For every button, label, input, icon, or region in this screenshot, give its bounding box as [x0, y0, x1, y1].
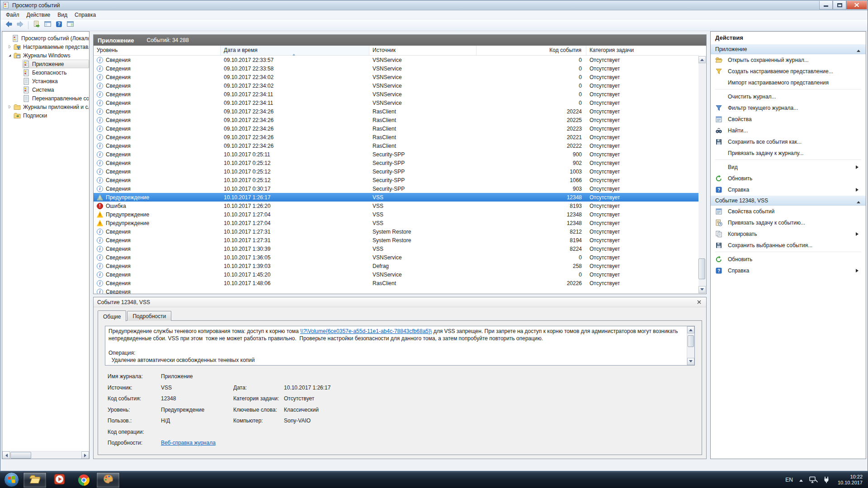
- collapse-section-icon[interactable]: [857, 199, 860, 203]
- event-row[interactable]: !Предупреждение10.10.2017 1:27:04VSS1234…: [94, 210, 699, 219]
- tree-item[interactable]: Подписки: [2, 111, 89, 120]
- export-button[interactable]: [31, 20, 42, 30]
- language-indicator[interactable]: EN: [785, 477, 793, 483]
- event-row[interactable]: iСведения09.10.2017 22:34:26RasClient202…: [94, 107, 699, 116]
- event-row[interactable]: iСведения10.10.2017 0:25:11Security-SPP9…: [94, 150, 699, 159]
- event-row[interactable]: iСведения10.10.2017 0:30:17Security-SPP9…: [94, 184, 699, 193]
- action-item[interactable]: ?Справка: [711, 184, 866, 195]
- menu-item[interactable]: Справка: [71, 11, 99, 19]
- tab-general[interactable]: Общие: [98, 310, 126, 321]
- event-row[interactable]: iСведения10.10.2017 0:25:12Security-SPP1…: [94, 167, 699, 176]
- tree-item[interactable]: Перенаправленные соб: [2, 94, 89, 103]
- tree-horizontal-scrollbar[interactable]: [2, 451, 89, 459]
- event-row[interactable]: iСведения09.10.2017 22:34:26RasClient202…: [94, 141, 699, 150]
- tree-item[interactable]: Установка: [2, 77, 89, 85]
- action-item[interactable]: Привязать задачу к журналу...: [711, 147, 866, 159]
- actions-section-header[interactable]: Событие 12348, VSS: [711, 195, 866, 206]
- actions-section-header[interactable]: Приложение: [711, 44, 866, 54]
- action-item[interactable]: Свойства событий: [711, 206, 866, 217]
- action-item[interactable]: Сохранить выбранные события...: [711, 239, 866, 251]
- minimize-button[interactable]: [819, 1, 833, 9]
- event-row[interactable]: !Предупреждение10.10.2017 1:27:04VSS1234…: [94, 219, 699, 227]
- scroll-down-button[interactable]: [698, 286, 706, 293]
- action-item[interactable]: Обновить: [711, 253, 866, 265]
- title-bar[interactable]: Просмотр событий: [0, 0, 868, 10]
- expand-icon[interactable]: [6, 45, 13, 49]
- event-row[interactable]: iСведения09.10.2017 22:34:11VSNService0О…: [94, 99, 699, 107]
- action-item[interactable]: Импорт настраиваемого представления: [711, 77, 866, 88]
- event-row[interactable]: iСведения09.10.2017 22:34:02VSNService0О…: [94, 73, 699, 81]
- action-item[interactable]: Свойства: [711, 113, 866, 125]
- collapse-icon[interactable]: [6, 53, 13, 57]
- event-row[interactable]: iСведения09.10.2017 22:33:57VSNService0О…: [94, 56, 699, 64]
- action-pane-button[interactable]: [65, 20, 75, 30]
- expand-icon[interactable]: [6, 105, 13, 109]
- event-row[interactable]: iСведения: [94, 287, 699, 294]
- column-header[interactable]: Код события: [476, 46, 586, 55]
- event-row[interactable]: !Ошибка10.10.2017 1:26:20VSS8193Отсутств…: [94, 202, 699, 210]
- console-window-button[interactable]: [42, 20, 53, 30]
- forward-button[interactable]: [14, 20, 25, 30]
- scrollbar-thumb[interactable]: [10, 452, 31, 459]
- event-row[interactable]: iСведения10.10.2017 1:30:39VSS8224Отсутс…: [94, 244, 699, 253]
- taskbar-media-player-button[interactable]: [47, 472, 71, 488]
- taskbar-chrome-button[interactable]: [72, 472, 95, 488]
- column-header[interactable]: Источник: [369, 46, 476, 55]
- action-item[interactable]: ?Справка: [711, 265, 866, 276]
- action-item[interactable]: Вид: [711, 161, 866, 173]
- tree-item[interactable]: Безопасность: [2, 68, 89, 77]
- scrollbar-thumb[interactable]: [688, 335, 694, 347]
- show-hidden-icons-icon[interactable]: [799, 478, 803, 482]
- taskbar-palette-button[interactable]: [96, 472, 120, 488]
- network-tray-icon[interactable]: [809, 476, 818, 483]
- field-value[interactable]: Веб-справка журнала: [161, 440, 233, 446]
- column-header[interactable]: Категория задачи: [586, 46, 699, 55]
- event-row[interactable]: !Предупреждение10.10.2017 1:26:17VSS1234…: [94, 193, 699, 202]
- volume-path-link[interactable]: \\?\Volume{6ce0357e-a55d-11e1-ab4c-78843…: [300, 328, 432, 334]
- tab-details[interactable]: Подробности: [127, 311, 171, 321]
- menu-item[interactable]: Действие: [23, 11, 54, 19]
- event-row[interactable]: iСведения09.10.2017 22:33:58VSNService0О…: [94, 64, 699, 73]
- action-item[interactable]: Обновить: [711, 173, 866, 184]
- action-item[interactable]: Создать настраиваемое представление...: [711, 66, 866, 77]
- description-scrollbar[interactable]: [687, 326, 694, 365]
- scrollbar-thumb[interactable]: [698, 258, 705, 279]
- event-row[interactable]: iСведения10.10.2017 1:27:31System Restor…: [94, 236, 699, 244]
- action-item[interactable]: Открыть сохраненный журнал...: [711, 54, 866, 66]
- scroll-right-button[interactable]: [81, 451, 89, 459]
- action-item[interactable]: Очистить журнал...: [711, 91, 866, 102]
- event-row[interactable]: iСведения10.10.2017 1:27:31System Restor…: [94, 227, 699, 236]
- event-row[interactable]: iСведения10.10.2017 0:25:12Security-SPP1…: [94, 176, 699, 184]
- tree-item[interactable]: Журналы приложений и сл: [2, 103, 89, 111]
- scroll-down-button[interactable]: [687, 358, 694, 365]
- action-item[interactable]: Найти...: [711, 125, 866, 136]
- collapse-section-icon[interactable]: [857, 48, 860, 52]
- power-tray-icon[interactable]: [823, 476, 830, 483]
- tree-item[interactable]: Просмотр событий (Локальны: [2, 34, 89, 42]
- tree-item[interactable]: Приложение: [2, 60, 89, 68]
- event-row[interactable]: iСведения09.10.2017 22:34:11VSNService0О…: [94, 90, 699, 99]
- menu-item[interactable]: Файл: [2, 11, 23, 19]
- action-item[interactable]: Привязать задачу к событию...: [711, 217, 866, 228]
- event-row[interactable]: iСведения10.10.2017 1:45:20VSNService0От…: [94, 270, 699, 279]
- clock[interactable]: 10:22 10.10.2017: [838, 474, 863, 486]
- event-row[interactable]: iСведения10.10.2017 0:25:12Security-SPP9…: [94, 159, 699, 167]
- event-row[interactable]: iСведения09.10.2017 22:34:26RasClient202…: [94, 124, 699, 133]
- action-item[interactable]: Сохранить все события как...: [711, 136, 866, 147]
- tree-item[interactable]: Журналы Windows: [2, 51, 89, 60]
- close-button[interactable]: [846, 1, 867, 9]
- taskbar-explorer-button[interactable]: [23, 472, 47, 488]
- close-details-icon[interactable]: [695, 299, 703, 306]
- back-button[interactable]: [3, 20, 14, 30]
- scroll-up-button[interactable]: [687, 326, 694, 333]
- action-item[interactable]: Копировать: [711, 228, 866, 239]
- tree-item[interactable]: Система: [2, 85, 89, 94]
- event-row[interactable]: iСведения10.10.2017 1:48:06RasClient2022…: [94, 279, 699, 287]
- scroll-left-button[interactable]: [2, 451, 10, 459]
- column-header[interactable]: Уровень: [94, 46, 221, 55]
- event-list-scrollbar[interactable]: [698, 56, 706, 293]
- help-button[interactable]: ?: [53, 20, 64, 30]
- maximize-button[interactable]: [833, 1, 846, 9]
- event-row[interactable]: iСведения09.10.2017 22:34:26RasClient202…: [94, 116, 699, 124]
- event-row[interactable]: iСведения10.10.2017 1:36:05VSNService0От…: [94, 253, 699, 262]
